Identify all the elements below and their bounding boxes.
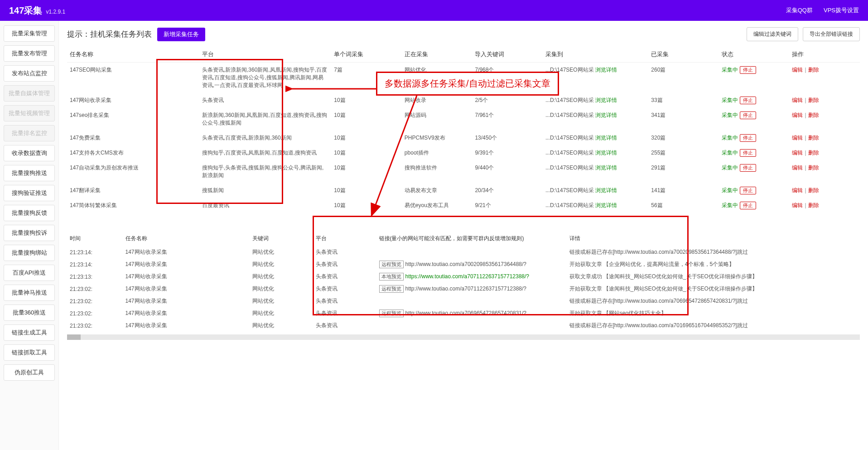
task-table: 任务名称 平台 单个词采集 正在采集 导入关键词 采集到 已采集 状态 操作 1… [67, 47, 860, 213]
sidebar-item-15[interactable]: 链接生成工具 [4, 324, 55, 341]
stop-button[interactable]: 停止 [740, 134, 756, 142]
cell-log-keyword: 网站优化 [250, 246, 313, 258]
sidebar-item-3: 批量自媒体管理 [4, 85, 55, 102]
sidebar-item-5: 批量排名监控 [4, 125, 55, 141]
cell-name: 147网站收录采集 [67, 93, 199, 108]
cell-log-task: 147网站收录采集 [123, 319, 250, 332]
cell-log-link: 远程预览http://www.toutiao.com/a706965472865… [376, 307, 567, 319]
sidebar-item-8[interactable]: 搜狗验证推送 [4, 185, 55, 201]
edit-link[interactable]: 编辑 [792, 187, 803, 194]
cell-log-detail: 获取文章成功 【途闻科技_网站SEO优化如何做_关于SEO优化详细操作步骤】 [567, 271, 860, 283]
sidebar-item-9[interactable]: 批量搜狗反馈 [4, 205, 55, 221]
new-task-button[interactable]: 新增采集任务 [157, 28, 205, 41]
sidebar-item-1[interactable]: 批量发布管理 [4, 45, 55, 62]
cell-collecting: 易优eyou发布工具 [402, 198, 473, 213]
edit-link[interactable]: 编辑 [792, 202, 803, 208]
stop-button[interactable]: 停止 [740, 97, 756, 104]
edit-link[interactable]: 编辑 [792, 97, 803, 103]
remote-preview-tag[interactable]: 远程预览 [379, 285, 404, 293]
stop-button[interactable]: 停止 [740, 202, 756, 209]
cell-log-keyword: 网站优化 [250, 319, 313, 332]
stop-button[interactable]: 停止 [740, 187, 756, 194]
cell-platform: 头条资讯 [199, 93, 332, 108]
cell-ops: 编辑|删除 [789, 198, 860, 213]
delete-link[interactable]: 删除 [808, 97, 819, 103]
cell-log-detail: 开始获取文章 【网站seo优化技巧大全】 [567, 307, 860, 319]
stop-button[interactable]: 停止 [740, 149, 756, 157]
cell-collected: 320篇 [648, 131, 719, 145]
sidebar-item-6[interactable]: 收录数据查询 [4, 145, 55, 161]
horizontal-scrollbar[interactable] [67, 334, 860, 340]
sidebar-item-4: 批量短视频管理 [4, 105, 55, 121]
cell-collected: 56篇 [648, 198, 719, 213]
cell-log-keyword: 网站优化 [250, 283, 313, 295]
stop-button[interactable]: 停止 [740, 164, 756, 172]
stop-button[interactable]: 停止 [740, 66, 756, 74]
cell-platform: 头条资讯,百度资讯,新浪新闻,360新闻 [199, 131, 332, 145]
th-collected: 已采集 [648, 47, 719, 63]
th-collecting: 正在采集 [402, 47, 473, 63]
header-link-qq[interactable]: 采集QQ群 [786, 6, 813, 15]
edit-link[interactable]: 编辑 [792, 150, 803, 156]
view-detail-link[interactable]: 浏览详情 [595, 97, 617, 103]
sidebar-item-16[interactable]: 链接抓取工具 [4, 344, 55, 361]
cell-log-time: 21:23:14: [67, 258, 123, 271]
edit-link[interactable]: 编辑 [792, 165, 803, 171]
delete-link[interactable]: 删除 [808, 165, 819, 171]
cell-platform: 搜狐新闻 [199, 183, 332, 198]
view-detail-link[interactable]: 浏览详情 [595, 150, 617, 156]
local-preview-tag[interactable]: 本地预览 [379, 273, 404, 281]
stop-button[interactable]: 停止 [740, 111, 756, 119]
sidebar-item-0[interactable]: 批量采集管理 [4, 25, 55, 42]
sidebar-item-17[interactable]: 伪原创工具 [4, 364, 55, 381]
remote-preview-tag[interactable]: 远程预览 [379, 310, 404, 317]
task-row: 147seo排名采集新浪新闻,360新闻,凤凰新闻,百度知道,搜狗资讯,搜狗公众… [67, 108, 860, 131]
view-detail-link[interactable]: 浏览详情 [595, 67, 617, 73]
sidebar-item-12[interactable]: 百度API推送 [4, 265, 55, 281]
view-detail-link[interactable]: 浏览详情 [595, 135, 617, 141]
sidebar-item-2[interactable]: 发布站点监控 [4, 65, 55, 82]
view-detail-link[interactable]: 浏览详情 [595, 202, 617, 208]
sidebar-item-11[interactable]: 批量搜狗绑站 [4, 245, 55, 261]
cell-log-time: 21:23:13: [67, 271, 123, 283]
cell-collected: 141篇 [648, 183, 719, 198]
delete-link[interactable]: 删除 [808, 135, 819, 141]
cell-name: 147自动采集为原创发布推送 [67, 160, 199, 183]
sidebar-item-10[interactable]: 批量搜狗投诉 [4, 225, 55, 241]
remote-preview-tag[interactable]: 远程预览 [379, 261, 404, 268]
cell-log-detail: 链接或标题已存在[http://www.toutiao.com/a7016965… [567, 319, 860, 332]
edit-link[interactable]: 编辑 [792, 67, 803, 73]
view-detail-link[interactable]: 浏览详情 [595, 187, 617, 194]
edit-link[interactable]: 编辑 [792, 112, 803, 118]
sidebar-item-14[interactable]: 批量360推送 [4, 305, 55, 321]
th-platform: 平台 [199, 47, 332, 63]
cell-platform: 头条资讯,新浪新闻,360新闻,凤凰新闻,搜狗知乎,百度资讯,百度知道,搜狗公众… [199, 63, 332, 93]
cell-collected: 33篇 [648, 93, 719, 108]
edit-link[interactable]: 编辑 [792, 135, 803, 141]
header-link-vps[interactable]: VPS拨号设置 [824, 6, 859, 15]
cell-single: 10篇 [331, 160, 402, 183]
delete-link[interactable]: 删除 [808, 112, 819, 118]
delete-link[interactable]: 删除 [808, 202, 819, 208]
view-detail-link[interactable]: 浏览详情 [595, 165, 617, 171]
cell-ops: 编辑|删除 [789, 108, 860, 131]
cell-collectto: ...D:\147SEO网站采 浏览详情 [543, 131, 648, 145]
sidebar-item-13[interactable]: 批量神马推送 [4, 285, 55, 301]
task-row: 147自动采集为原创发布推送搜狗知乎,头条资讯,搜狐新闻,搜狗公众号,腾讯新闻,… [67, 160, 860, 183]
app-logo: 147采集 [9, 5, 42, 17]
cell-keywords: 2/5个 [472, 93, 543, 108]
cell-keywords: 20/34个 [472, 183, 543, 198]
view-detail-link[interactable]: 浏览详情 [595, 112, 617, 118]
filter-keywords-button[interactable]: 编辑过滤关键词 [747, 27, 798, 41]
cell-log-keyword: 网站优化 [250, 258, 313, 271]
sidebar-item-7[interactable]: 批量搜狗推送 [4, 165, 55, 181]
delete-link[interactable]: 删除 [808, 187, 819, 194]
cell-log-platform: 头条资讯 [313, 295, 376, 307]
delete-link[interactable]: 删除 [808, 67, 819, 73]
th-status: 状态 [719, 47, 790, 63]
cell-log-keyword: 网站优化 [250, 295, 313, 307]
export-errors-button[interactable]: 导出全部错误链接 [803, 27, 860, 41]
delete-link[interactable]: 删除 [808, 150, 819, 156]
task-row: 147网站收录采集头条资讯10篇网站收录2/5个...D:\147SEO网站采 … [67, 93, 860, 108]
task-row: 147免费采集头条资讯,百度资讯,新浪新闻,360新闻10篇PHPCMSV9发布… [67, 131, 860, 145]
